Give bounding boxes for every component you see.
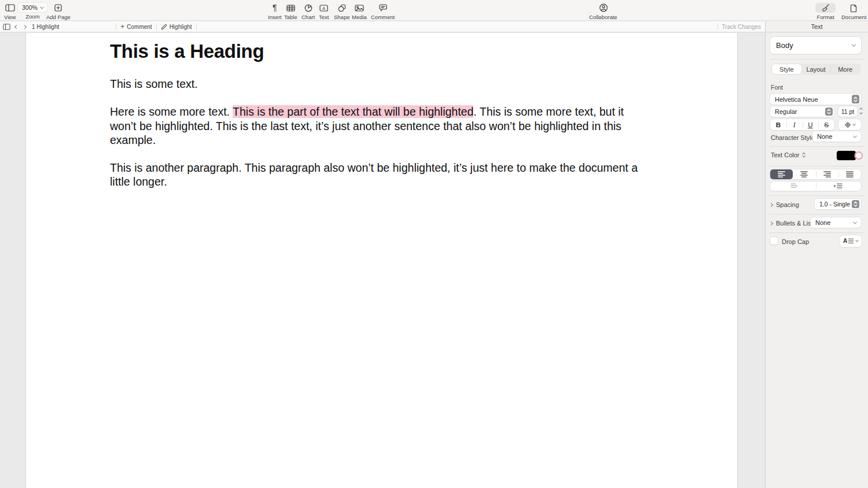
highlight-label: Highlight bbox=[170, 24, 192, 30]
text-color-control bbox=[837, 150, 863, 160]
collaborate-label: Collaborate bbox=[589, 14, 617, 20]
page[interactable]: This is a Heading This is some text. Her… bbox=[25, 33, 738, 488]
add-comment-label: Comment bbox=[127, 24, 152, 30]
plus-icon: + bbox=[120, 23, 124, 31]
divider bbox=[718, 24, 718, 30]
chevron-down-icon bbox=[852, 43, 856, 47]
paragraph-3: This is another paragraph. This paragrap… bbox=[110, 161, 650, 189]
text-button[interactable]: A Text bbox=[319, 3, 329, 20]
shape-button[interactable]: Shape bbox=[334, 3, 350, 20]
media-label: Media bbox=[352, 14, 367, 20]
font-size-value: 11 pt bbox=[841, 108, 855, 115]
zoom-value: 300% bbox=[22, 4, 38, 11]
collaborate-button[interactable]: Collaborate bbox=[589, 3, 617, 20]
zoom-control[interactable]: 300% Zoom bbox=[18, 3, 47, 20]
highlight-button[interactable]: Highlight bbox=[161, 24, 192, 30]
divider bbox=[769, 232, 865, 233]
style-tabs: Style Layout More bbox=[771, 64, 860, 75]
chevron-down-icon bbox=[855, 239, 859, 242]
highlighted-text[interactable]: This is the part of the text that will b… bbox=[233, 105, 473, 118]
increase-indent-button[interactable] bbox=[816, 182, 862, 191]
text-color-label-row: Text Color bbox=[771, 151, 806, 158]
sidebar-title: Text bbox=[765, 21, 868, 32]
insert-label: Insert bbox=[268, 14, 282, 20]
color-wheel-button[interactable] bbox=[855, 151, 863, 160]
divider bbox=[196, 24, 197, 30]
drop-cap-label: Drop Cap bbox=[782, 238, 809, 245]
table-button[interactable]: Table bbox=[284, 3, 297, 20]
chevron-down-icon bbox=[40, 5, 44, 9]
divider bbox=[769, 59, 865, 60]
tab-more[interactable]: More bbox=[830, 64, 860, 74]
view-sidebar-icon bbox=[5, 3, 15, 13]
zoom-label: Zoom bbox=[25, 13, 39, 20]
text-label: Text bbox=[319, 14, 329, 20]
align-left-button[interactable] bbox=[770, 169, 793, 179]
divider bbox=[769, 166, 865, 167]
previous-highlight-icon[interactable] bbox=[14, 24, 19, 28]
underline-button[interactable]: U bbox=[803, 119, 819, 130]
bullets-lists-value: None bbox=[815, 219, 830, 226]
paragraph-1: This is some text. bbox=[110, 77, 650, 91]
comment-icon bbox=[379, 3, 387, 13]
table-label: Table bbox=[284, 14, 297, 20]
divider bbox=[116, 24, 116, 30]
next-highlight-icon[interactable] bbox=[23, 24, 27, 28]
format-label: Format bbox=[816, 14, 834, 20]
spacing-dropdown[interactable]: 1.0 - Single bbox=[815, 199, 861, 209]
comment-button[interactable]: Comment bbox=[371, 3, 395, 20]
document-canvas: This is a Heading This is some text. Her… bbox=[0, 33, 765, 488]
insert-pilcrow-icon: ¶ bbox=[273, 3, 277, 13]
comment-label: Comment bbox=[371, 14, 395, 20]
format-sidebar: Body Style Layout More Font Helvetica Ne… bbox=[765, 33, 868, 488]
paragraph-style-value: Body bbox=[776, 41, 793, 50]
bullets-lists-dropdown[interactable]: None bbox=[811, 217, 861, 228]
format-button[interactable]: Format bbox=[815, 3, 836, 20]
character-styles-dropdown[interactable]: None bbox=[812, 131, 861, 142]
bullets-disclosure-icon[interactable] bbox=[769, 221, 773, 225]
add-comment-button[interactable]: + Comment bbox=[120, 23, 152, 31]
font-weight-select[interactable]: Regular bbox=[770, 106, 834, 117]
font-style-buttons: B I U S bbox=[770, 119, 834, 130]
font-family-select[interactable]: Helvetica Neue bbox=[770, 94, 861, 105]
divider bbox=[769, 195, 865, 196]
align-right-button[interactable] bbox=[816, 169, 838, 179]
strikethrough-button[interactable]: S bbox=[818, 119, 834, 130]
insert-button[interactable]: ¶ Insert bbox=[268, 3, 282, 20]
zoom-value-button[interactable]: 300% bbox=[18, 3, 47, 12]
media-button[interactable]: Media bbox=[352, 3, 367, 20]
font-size-field[interactable]: 11 pt bbox=[838, 106, 857, 117]
document-button[interactable]: Document bbox=[841, 3, 866, 20]
page-content[interactable]: This is a Heading This is some text. Her… bbox=[26, 33, 737, 189]
shape-icon bbox=[338, 3, 346, 13]
paragraph-2: Here is some more text. This is the part… bbox=[110, 105, 650, 147]
stepper-icon bbox=[852, 200, 859, 208]
bullets-lists-label: Bullets & Lists bbox=[776, 220, 816, 227]
document-label: Document bbox=[841, 14, 866, 20]
add-page-button[interactable]: Add Page bbox=[46, 3, 71, 20]
decrease-indent-button[interactable] bbox=[770, 182, 816, 191]
shape-label: Shape bbox=[334, 14, 350, 20]
align-justify-button[interactable] bbox=[838, 169, 861, 179]
font-size-stepper[interactable] bbox=[860, 108, 862, 114]
drop-cap-checkbox[interactable] bbox=[770, 237, 778, 245]
view-button[interactable]: View bbox=[4, 3, 16, 20]
paragraph-style-dropdown[interactable]: Body bbox=[770, 37, 861, 54]
highlights-panel-toggle[interactable] bbox=[3, 24, 10, 30]
text-color-swatch[interactable] bbox=[837, 151, 856, 160]
bold-button[interactable]: B bbox=[770, 119, 786, 130]
main-toolbar: View 300% Zoom Add Page ¶ Insert Table C… bbox=[0, 0, 868, 21]
spacing-label: Spacing bbox=[776, 201, 799, 208]
tab-style[interactable]: Style bbox=[772, 64, 801, 74]
svg-text:A: A bbox=[322, 5, 325, 10]
updown-icon bbox=[802, 152, 806, 158]
spacing-disclosure-icon[interactable] bbox=[769, 203, 773, 207]
chart-button[interactable]: Chart bbox=[301, 3, 315, 20]
media-icon bbox=[355, 3, 364, 13]
tab-layout[interactable]: Layout bbox=[801, 64, 831, 74]
align-center-button[interactable] bbox=[793, 169, 815, 179]
drop-cap-style-button[interactable]: A bbox=[840, 235, 862, 247]
italic-button[interactable]: I bbox=[786, 119, 803, 130]
table-icon bbox=[286, 3, 295, 13]
advanced-text-options-button[interactable] bbox=[838, 119, 861, 130]
